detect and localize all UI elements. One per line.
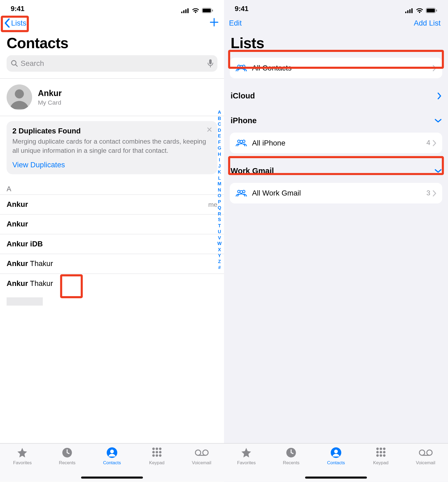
- chevron-right-icon: [437, 93, 441, 100]
- svg-rect-27: [407, 10, 408, 13]
- chevron-down-icon: [435, 169, 442, 173]
- svg-point-50: [383, 451, 385, 453]
- tab-voicemail[interactable]: Voicemail: [183, 447, 220, 482]
- people-icon: [236, 64, 247, 72]
- page-title: Lists: [224, 32, 448, 55]
- svg-point-48: [376, 451, 379, 453]
- tab-favorites[interactable]: Favorites: [4, 447, 41, 482]
- mycard-name: Ankur: [38, 88, 62, 98]
- svg-rect-8: [209, 59, 212, 64]
- svg-rect-0: [181, 11, 183, 13]
- chevron-right-icon: [433, 65, 436, 71]
- nav-bar: Lists: [0, 14, 224, 32]
- svg-point-14: [152, 448, 155, 450]
- alpha-index[interactable]: ABCDEFGHIJKLMNOPQRSTUVWXYZ#: [216, 109, 222, 270]
- svg-point-21: [155, 454, 158, 457]
- search-input[interactable]: Search: [7, 55, 218, 72]
- svg-rect-28: [409, 9, 411, 13]
- svg-rect-6: [212, 9, 213, 12]
- status-bar: 9:41: [224, 0, 448, 14]
- list-row-all-workgmail[interactable]: All Work Gmail 3: [230, 183, 442, 204]
- search-placeholder: Search: [21, 59, 208, 68]
- tab-bar: Favorites Recents Contacts Keypad Voicem…: [224, 443, 448, 482]
- voicemail-icon: [195, 447, 209, 458]
- home-indicator[interactable]: [305, 477, 367, 479]
- tab-bar: Favorites Recents Contacts Keypad Voicem…: [0, 443, 224, 482]
- edit-button[interactable]: Edit: [226, 17, 244, 29]
- contact-row[interactable]: Ankur iDB: [0, 234, 224, 254]
- cellular-icon: [181, 8, 190, 13]
- list-label: All Work Gmail: [252, 189, 301, 197]
- svg-point-46: [379, 448, 382, 450]
- me-label: me: [208, 201, 217, 208]
- svg-point-52: [379, 454, 382, 457]
- tab-favorites[interactable]: Favorites: [228, 447, 265, 482]
- svg-point-51: [376, 454, 379, 457]
- battery-icon: [202, 8, 213, 13]
- svg-point-16: [159, 448, 161, 450]
- list-row-all-contacts[interactable]: All Contacts: [230, 58, 442, 78]
- svg-point-23: [195, 450, 201, 455]
- close-icon[interactable]: ✕: [206, 125, 212, 134]
- svg-rect-29: [411, 8, 413, 13]
- mic-icon[interactable]: [208, 59, 213, 68]
- svg-point-55: [426, 450, 432, 455]
- tab-keypad[interactable]: Keypad: [362, 447, 399, 482]
- search-icon: [11, 60, 18, 67]
- svg-point-45: [376, 448, 379, 450]
- svg-point-47: [383, 448, 385, 450]
- tab-recents[interactable]: Recents: [49, 447, 86, 482]
- svg-point-53: [383, 454, 385, 457]
- svg-point-44: [334, 450, 338, 453]
- tab-keypad[interactable]: Keypad: [138, 447, 175, 482]
- mycard-sub: My Card: [38, 99, 62, 106]
- back-to-lists-button[interactable]: Lists: [2, 17, 28, 29]
- contact-row[interactable]: Ankur Thakur: [0, 274, 224, 293]
- svg-rect-1: [183, 10, 184, 13]
- contact-row[interactable]: Ankur: [0, 214, 224, 234]
- status-bar: 9:41: [0, 0, 224, 14]
- wifi-icon: [416, 8, 424, 13]
- duplicates-card: ✕ 2 Duplicates Found Merging duplicate c…: [7, 121, 218, 174]
- list-row-all-iphone[interactable]: All iPhone 4: [230, 133, 442, 153]
- list-header-iphone[interactable]: iPhone: [224, 111, 448, 130]
- chevron-down-icon: [435, 119, 442, 123]
- wifi-icon: [192, 8, 200, 13]
- keypad-icon: [375, 447, 387, 458]
- chevron-right-icon: [433, 190, 436, 196]
- nav-bar: Edit Add List: [224, 14, 448, 32]
- people-icon: [236, 139, 247, 147]
- list-label: All iPhone: [252, 139, 285, 147]
- chevron-left-icon: [4, 19, 10, 28]
- list-header-icloud[interactable]: iCloud: [224, 87, 448, 105]
- list-header-workgmail[interactable]: Work Gmail: [224, 161, 448, 180]
- svg-point-15: [155, 448, 158, 450]
- my-card-row[interactable]: Ankur My Card: [0, 78, 224, 116]
- svg-rect-3: [187, 8, 189, 13]
- star-icon: [17, 447, 28, 458]
- svg-point-18: [155, 451, 158, 453]
- status-time: 9:41: [11, 5, 24, 13]
- tab-voicemail[interactable]: Voicemail: [407, 447, 444, 482]
- person-circle-icon: [106, 447, 118, 458]
- svg-rect-26: [405, 11, 407, 13]
- svg-point-13: [110, 450, 114, 453]
- back-label: Lists: [11, 19, 26, 27]
- star-icon: [241, 447, 252, 458]
- svg-point-22: [159, 454, 161, 457]
- section-letter: A: [0, 178, 224, 194]
- voicemail-icon: [419, 447, 433, 458]
- status-icons: [405, 8, 437, 13]
- contact-row[interactable]: Ankur Thakur: [0, 254, 224, 274]
- chevron-right-icon: [433, 140, 436, 146]
- contact-row[interactable]: Ankur me: [0, 194, 224, 214]
- svg-point-20: [152, 454, 155, 457]
- page-title: Contacts: [0, 32, 224, 55]
- status-icons: [181, 8, 213, 13]
- svg-point-17: [152, 451, 155, 453]
- tab-recents[interactable]: Recents: [273, 447, 310, 482]
- home-indicator[interactable]: [81, 477, 143, 479]
- add-contact-button[interactable]: [209, 17, 219, 29]
- add-list-button[interactable]: Add List: [411, 17, 443, 29]
- view-duplicates-link[interactable]: View Duplicates: [12, 161, 65, 169]
